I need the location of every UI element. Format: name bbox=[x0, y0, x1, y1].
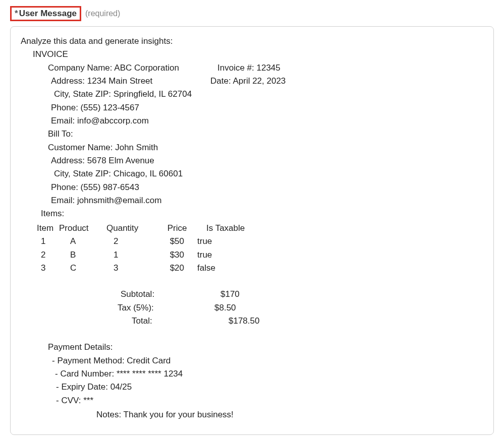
table-row: 1 A 2 $50 true bbox=[21, 235, 483, 248]
cvv-line: - CVV: *** bbox=[21, 394, 483, 407]
customer-name-line: Customer Name: John Smith bbox=[21, 141, 483, 154]
phone-line: Phone: (555) 123-4567 bbox=[21, 101, 483, 114]
totals-block: Subtotal: $170 Tax (5%): $8.50 Total: $1… bbox=[21, 288, 483, 328]
field-label: User Message bbox=[19, 9, 77, 19]
col-quantity: Quantity bbox=[106, 222, 157, 235]
required-asterisk: * bbox=[15, 9, 18, 19]
subtotal-value: $170 bbox=[182, 288, 240, 301]
table-row: 2 B 1 $30 true bbox=[21, 248, 483, 262]
subtotal-label: Subtotal: bbox=[21, 288, 182, 301]
company-name-line: Company Name: ABC Corporation bbox=[21, 61, 217, 75]
items-table: Item Product Quantity Price Is Taxable 1… bbox=[21, 222, 483, 275]
customer-phone-line: Phone: (555) 987-6543 bbox=[21, 181, 483, 194]
total-label: Total: bbox=[21, 315, 182, 328]
payment-details-label: Payment Details: bbox=[21, 341, 483, 354]
items-label: Items: bbox=[21, 207, 483, 220]
required-hint: (required) bbox=[85, 9, 120, 18]
field-header: * User Message (required) bbox=[10, 6, 494, 21]
col-item: Item bbox=[21, 222, 56, 235]
customer-csz-line: City, State ZIP: Chicago, IL 60601 bbox=[21, 167, 483, 180]
notes-line: Notes: Thank you for your business! bbox=[21, 408, 483, 421]
customer-email-line: Email: johnsmith@email.com bbox=[21, 194, 483, 207]
col-price: Price bbox=[157, 222, 197, 235]
date-line: Date: April 22, 2023 bbox=[217, 75, 483, 88]
csz-line: City, State ZIP: Springfield, IL 62704 bbox=[21, 88, 483, 101]
col-product: Product bbox=[56, 222, 106, 235]
invoice-number-line: Invoice #: 12345 bbox=[217, 61, 483, 75]
user-message-textarea[interactable]: Analyze this data and generate insights:… bbox=[10, 26, 494, 435]
total-value: $178.50 bbox=[182, 315, 259, 328]
customer-address-line: Address: 5678 Elm Avenue bbox=[21, 154, 483, 167]
tax-label: Tax (5%): bbox=[21, 301, 182, 315]
table-header-row: Item Product Quantity Price Is Taxable bbox=[21, 222, 483, 235]
tax-value: $8.50 bbox=[182, 301, 236, 315]
table-row: 3 C 3 $20 false bbox=[21, 262, 483, 275]
card-number-line: - Card Number: **** **** **** 1234 bbox=[21, 367, 483, 381]
email-line: Email: info@abccorp.com bbox=[21, 114, 483, 128]
invoice-title: INVOICE bbox=[21, 48, 483, 61]
address-line: Address: 1234 Main Street bbox=[21, 75, 217, 88]
expiry-line: - Expiry Date: 04/25 bbox=[21, 381, 483, 394]
col-taxable: Is Taxable bbox=[197, 222, 258, 235]
field-label-highlighted: * User Message bbox=[10, 6, 81, 21]
intro-text: Analyze this data and generate insights: bbox=[21, 35, 483, 48]
payment-method-line: - Payment Method: Credit Card bbox=[21, 354, 483, 367]
billto-label: Bill To: bbox=[21, 128, 483, 141]
